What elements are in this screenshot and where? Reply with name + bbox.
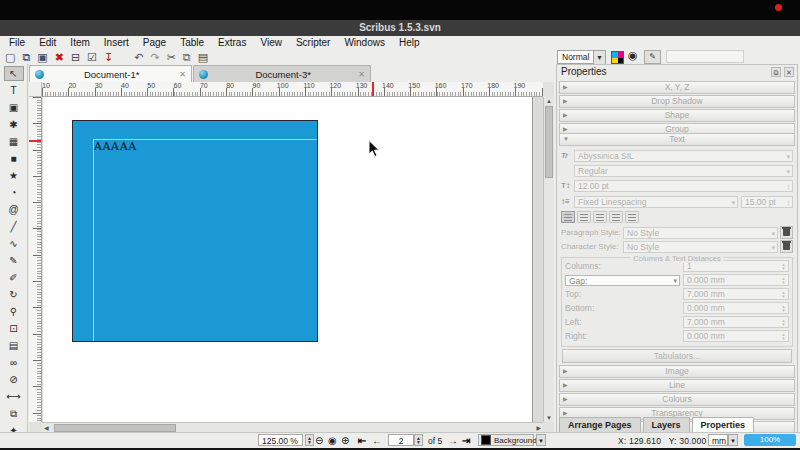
- preview-eye-icon[interactable]: ◉: [628, 49, 638, 62]
- menu-help[interactable]: Help: [392, 36, 427, 49]
- menu-file[interactable]: File: [2, 36, 32, 49]
- insert-image-frame-tool[interactable]: ▣: [4, 100, 24, 115]
- align-center-button[interactable]: [577, 211, 591, 223]
- first-page-button[interactable]: ⇤: [358, 434, 366, 446]
- vertical-scrollbar[interactable]: ▲ ▼: [543, 97, 554, 422]
- zoom-level-input[interactable]: 125.00 %: [258, 434, 303, 446]
- paragraph-style-select[interactable]: No Style ▾: [623, 227, 778, 239]
- horizontal-scrollbar-thumb[interactable]: [54, 424, 176, 432]
- menu-scripter[interactable]: Scripter: [289, 36, 337, 49]
- menu-page[interactable]: Page: [136, 36, 173, 49]
- page-number-input[interactable]: 2: [388, 434, 414, 446]
- insert-text-frame-tool[interactable]: T: [4, 83, 24, 98]
- align-right-button[interactable]: [593, 211, 607, 223]
- copy-properties-tool[interactable]: ⧉: [4, 406, 24, 421]
- link-text-frames-tool[interactable]: ∞: [4, 355, 24, 370]
- zoom-default-button[interactable]: ◉: [328, 434, 337, 446]
- last-page-button[interactable]: ⇥: [462, 434, 470, 446]
- unit-select[interactable]: mm: [708, 434, 728, 446]
- zoom-out-button[interactable]: ⊖: [315, 434, 323, 446]
- frame-text[interactable]: AAAAA: [94, 140, 137, 153]
- previous-page-button[interactable]: ←: [372, 434, 382, 446]
- save-button[interactable]: ▣: [37, 50, 47, 64]
- close-panel-icon[interactable]: ✕: [784, 67, 794, 77]
- close-tab-icon[interactable]: ✕: [179, 70, 186, 79]
- scroll-down-icon[interactable]: ▼: [544, 415, 554, 421]
- menu-view[interactable]: View: [253, 36, 289, 49]
- redo-button[interactable]: ↷: [150, 50, 159, 64]
- remove-character-style-button[interactable]: [780, 240, 793, 253]
- linespacing-input[interactable]: 15.00 pt ↕: [741, 196, 793, 208]
- undo-button[interactable]: ↶: [134, 50, 143, 64]
- insert-render-frame-tool[interactable]: ✱: [4, 117, 24, 132]
- insert-table-tool[interactable]: ▦: [4, 134, 24, 149]
- align-left-button[interactable]: [561, 211, 575, 223]
- insert-line-tool[interactable]: ╱: [4, 219, 24, 234]
- insert-shape-tool[interactable]: ■: [4, 151, 24, 166]
- paste-button[interactable]: ▤: [198, 50, 208, 64]
- align-justify-button[interactable]: [609, 211, 623, 223]
- field-input[interactable]: 0.000 mm▴▾: [683, 330, 789, 342]
- menu-item[interactable]: Item: [63, 36, 96, 49]
- font-size-input[interactable]: 12.00 pt ↕: [574, 180, 793, 192]
- section-image[interactable]: ▶Image: [559, 365, 795, 378]
- document-tab[interactable]: Document-1*✕: [29, 65, 192, 82]
- tabulators-button[interactable]: Tabulators...: [562, 349, 792, 363]
- preflight-button[interactable]: ☑: [87, 50, 97, 64]
- copy-button[interactable]: ⧉: [183, 50, 191, 64]
- menu-table[interactable]: Table: [173, 36, 211, 49]
- field-input[interactable]: 7.000 mm▴▾: [683, 288, 789, 300]
- zoom-spinner-arrows[interactable]: ▲▼: [305, 434, 314, 446]
- close-button[interactable]: ✖: [55, 50, 64, 64]
- pdf-button[interactable]: ↧: [104, 50, 113, 64]
- insert-polygon-tool[interactable]: ★: [4, 168, 24, 183]
- insert-bezier-tool[interactable]: ∿: [4, 236, 24, 251]
- font-family-select[interactable]: Abyssinica SIL ▾: [574, 150, 793, 162]
- insert-freehand-tool[interactable]: ✎: [4, 253, 24, 268]
- menu-edit[interactable]: Edit: [32, 36, 63, 49]
- panel-tab-arrange-pages[interactable]: Arrange Pages: [559, 417, 641, 432]
- close-tab-icon[interactable]: ✕: [358, 70, 365, 79]
- canvas-area[interactable]: 1020304050607080901001101201301401501601…: [29, 82, 554, 433]
- zoom-in-button[interactable]: ⊕: [341, 434, 349, 446]
- float-panel-icon[interactable]: ⧉: [771, 67, 781, 77]
- next-page-button[interactable]: →: [448, 434, 458, 446]
- zoom-tool[interactable]: ⚲: [4, 304, 24, 319]
- font-style-select[interactable]: Regular ▾: [574, 165, 793, 177]
- story-editor-tool[interactable]: ▤: [4, 338, 24, 353]
- menu-windows[interactable]: Windows: [337, 36, 392, 49]
- print-button[interactable]: ⊟: [71, 50, 80, 64]
- new-document-button[interactable]: ▢: [5, 50, 15, 64]
- page-spinner-arrows[interactable]: ▲▼: [414, 434, 423, 446]
- cut-button[interactable]: ✂: [167, 50, 176, 64]
- measurements-tool[interactable]: ⟷: [4, 389, 24, 404]
- align-force-justify-button[interactable]: [625, 211, 639, 223]
- spin-down-icon[interactable]: ▼: [307, 440, 312, 444]
- quality-select[interactable]: Normal: [557, 50, 597, 64]
- open-button[interactable]: ⧉: [22, 50, 30, 64]
- rotate-item-tool[interactable]: ↻: [4, 287, 24, 302]
- document-tab[interactable]: Document-3*✕: [193, 65, 371, 82]
- menu-extras[interactable]: Extras: [211, 36, 253, 49]
- insert-calligraphic-tool[interactable]: ✐: [4, 270, 24, 285]
- menu-insert[interactable]: Insert: [97, 36, 136, 49]
- panel-tab-layers[interactable]: Layers: [643, 417, 690, 432]
- section-colours[interactable]: ▶Colours: [559, 393, 795, 406]
- insert-arc-tool[interactable]: ◔: [4, 185, 24, 200]
- horizontal-ruler[interactable]: 1020304050607080901001101201301401501601…: [42, 82, 543, 97]
- section-text[interactable]: ▼ Text: [557, 133, 797, 146]
- properties-panel-header[interactable]: Properties ⧉ ✕: [557, 65, 797, 79]
- gap-mode-select[interactable]: Gap:▾: [565, 275, 680, 286]
- linespacing-mode-select[interactable]: Fixed Linespacing ▾: [574, 196, 738, 208]
- scroll-up-icon[interactable]: ▲: [544, 98, 554, 104]
- text-frame[interactable]: AAAAA: [72, 120, 318, 342]
- section-shape[interactable]: ▶Shape: [559, 109, 795, 122]
- layer-select[interactable]: Background: [478, 434, 534, 446]
- chevron-down-icon[interactable]: ▼: [728, 434, 738, 446]
- field-input[interactable]: 7.000 mm▴▾: [683, 316, 789, 328]
- field-input[interactable]: 0.000 mm▴▾: [683, 302, 789, 314]
- window-titlebar[interactable]: Scribus 1.5.3.svn: [0, 20, 800, 36]
- section-x-y-z[interactable]: ▶X, Y, Z: [559, 81, 795, 94]
- spin-down-icon[interactable]: ▼: [416, 440, 421, 444]
- vertical-scrollbar-thumb[interactable]: [545, 106, 553, 178]
